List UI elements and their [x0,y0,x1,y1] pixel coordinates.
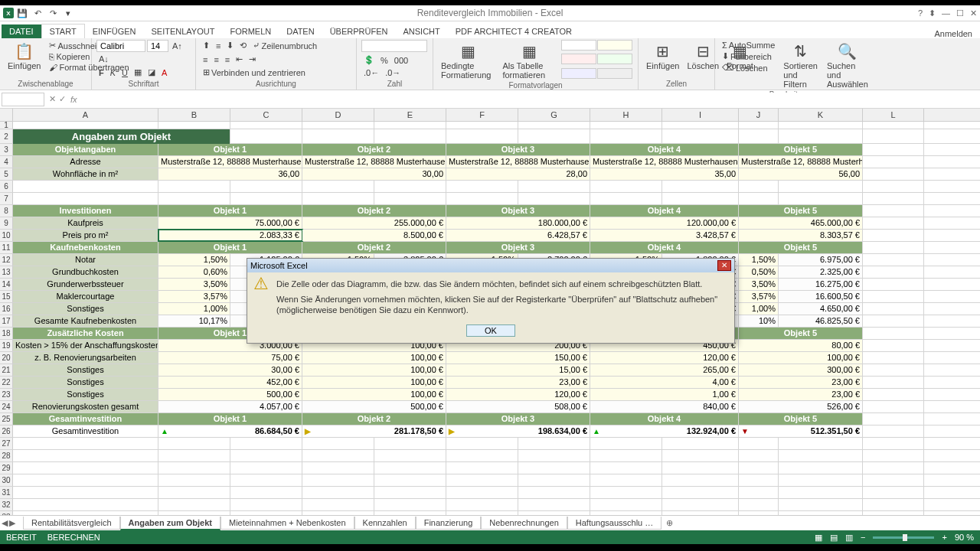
align-center-icon[interactable]: ≡ [211,54,220,65]
cell[interactable] [662,438,739,449]
tab-pdf[interactable]: PDF Architect 4 Creator [448,24,580,38]
cell[interactable]: 23,00 € [739,377,863,388]
cell[interactable]: 23,00 € [446,377,590,388]
cell[interactable] [302,181,374,192]
maximize-icon[interactable]: ☐ [956,8,964,18]
cell[interactable]: Kosten > 15% der Anschaffungskosten [13,340,158,351]
cell[interactable]: 100,00 € [302,389,446,400]
cell[interactable]: 500,00 € [158,389,302,400]
cell[interactable]: 3.428,57 € [590,230,739,241]
cell[interactable] [230,438,302,449]
tab-daten[interactable]: DATEN [279,24,322,38]
fx-icon[interactable]: fx [70,95,77,104]
cell[interactable] [863,230,924,241]
view-normal-icon[interactable]: ▦ [815,533,822,543]
cell[interactable]: 2.325,00 € [779,266,863,278]
row-header[interactable]: 11 [0,242,13,253]
row-header[interactable]: 21 [0,364,13,376]
col-header-C[interactable]: C [230,109,302,121]
cell[interactable] [230,474,302,486]
cell[interactable] [374,438,446,449]
cell[interactable]: 36,00 [158,168,302,180]
percent-icon[interactable]: % [378,55,390,66]
find-select-button[interactable]: 🔍Suchen und Auswählen [824,40,871,90]
cell[interactable] [739,462,779,474]
cell[interactable] [13,181,158,192]
cell[interactable] [446,438,518,449]
col-header-D[interactable]: D [302,109,374,121]
cell[interactable]: 840,00 € [590,401,739,412]
enter-fx-icon[interactable]: ✓ [59,94,66,104]
row-header[interactable]: 7 [0,193,13,204]
cell[interactable] [863,193,924,204]
cell[interactable]: 56,00 [739,168,863,180]
cell[interactable] [863,242,924,253]
row-header[interactable]: 23 [0,389,13,400]
row-header[interactable]: 6 [0,181,13,192]
cell[interactable]: 28,00 [446,168,590,180]
tab-start[interactable]: START [41,24,85,38]
insert-cells-button[interactable]: ⊞Einfügen [643,40,682,72]
dialog-titlebar[interactable]: Microsoft Excel ✕ [247,259,734,272]
comma-icon[interactable]: 000 [392,55,410,66]
cell[interactable] [230,450,302,461]
cell[interactable] [590,487,662,498]
cell[interactable]: 75,00 € [158,352,302,364]
font-color-icon[interactable]: A [159,67,169,78]
cell[interactable] [446,450,518,461]
cell[interactable] [863,438,924,449]
cell[interactable]: z. B. Renovierungsarbeiten [13,352,158,364]
cell[interactable]: 6.428,57 € [446,230,590,241]
cell[interactable] [739,499,779,510]
cell[interactable] [863,487,924,498]
cell[interactable] [863,352,924,364]
col-header-J[interactable]: J [739,109,779,121]
cell[interactable]: 265,00 € [590,364,739,376]
row-header[interactable]: 29 [0,462,13,474]
cell[interactable]: Objekt 4 [590,413,739,425]
cell[interactable] [863,279,924,290]
cell[interactable] [863,364,924,376]
cell[interactable] [302,450,374,461]
row-header[interactable]: 16 [0,303,13,315]
cell[interactable] [863,425,924,437]
cell[interactable]: 1,00 € [590,389,739,400]
cell[interactable] [446,462,518,474]
cell[interactable]: 100,00 € [739,352,863,364]
cell[interactable]: Objekt 4 [590,144,739,155]
select-all-corner[interactable] [0,109,13,121]
name-box[interactable] [2,93,44,106]
col-header-E[interactable]: E [374,109,446,121]
cell[interactable]: 100,00 € [302,377,446,388]
indent-inc-icon[interactable]: ⇥ [247,54,258,65]
cell[interactable] [863,254,924,266]
cell[interactable] [863,291,924,302]
cell[interactable]: 4.057,00 € [158,401,302,412]
cell[interactable] [863,389,924,400]
row-header[interactable]: 17 [0,315,13,327]
cell[interactable]: Objektangaben [13,144,158,155]
col-header-I[interactable]: I [662,109,739,121]
cell[interactable]: 1,50% [158,254,230,266]
sheet-nav-next-icon[interactable]: ▶ [9,518,15,528]
cell[interactable] [158,462,230,474]
minimize-icon[interactable]: — [942,8,950,18]
currency-icon[interactable]: 💲 [361,54,377,66]
cell[interactable]: 8.303,57 € [739,230,863,241]
inc-decimal-icon[interactable]: .0← [361,67,381,78]
cell[interactable]: ▲86.684,50 € [158,425,302,437]
cell[interactable] [739,438,779,449]
cell[interactable]: 180.000,00 € [446,217,590,229]
col-header-G[interactable]: G [518,109,590,121]
cell[interactable] [662,450,739,461]
dec-decimal-icon[interactable]: .0→ [383,67,403,78]
cell[interactable]: 465.000,00 € [739,217,863,229]
cell[interactable] [446,129,518,144]
border-icon[interactable]: ▦ [132,67,144,78]
align-bot-icon[interactable]: ⬇ [224,40,236,51]
cell[interactable]: 3,57% [158,291,230,302]
cell[interactable] [590,474,662,486]
ribbon-display-icon[interactable]: ⬍ [929,8,936,18]
cell[interactable]: Zusätzliche Kosten [13,328,158,339]
cell[interactable]: 30,00 [302,168,446,180]
